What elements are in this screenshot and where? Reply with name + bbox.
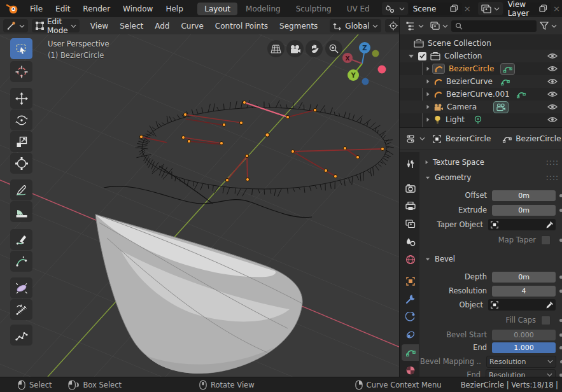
bevel-object-field[interactable]: [488, 299, 556, 311]
new-view-layer-icon[interactable]: [539, 4, 547, 13]
tab-scene[interactable]: [402, 234, 419, 250]
tool-cursor[interactable]: [10, 61, 32, 82]
tool-extrude[interactable]: [10, 325, 32, 346]
tab-modifiers[interactable]: [402, 291, 419, 307]
workspace-tab-modeling[interactable]: Modeling: [239, 3, 288, 15]
disclosure-icon[interactable]: [427, 67, 430, 71]
camera-data-icon[interactable]: [493, 101, 509, 113]
tool-measure[interactable]: [10, 201, 32, 222]
bevel-start-slider[interactable]: 0.000: [492, 330, 556, 340]
outliner-row-beziercurve-001[interactable]: BezierCurve.001: [400, 88, 562, 101]
tab-tool[interactable]: [402, 156, 419, 172]
outliner-filter-button[interactable]: [537, 19, 560, 32]
menu-window[interactable]: Window: [116, 4, 159, 13]
camera-view-button[interactable]: [286, 40, 304, 57]
map-taper-checkbox[interactable]: [541, 235, 551, 245]
offset-slider[interactable]: 0m: [492, 190, 556, 201]
outliner-row-beziercurve[interactable]: BezierCurve: [400, 75, 562, 88]
disclosure-open-icon[interactable]: [409, 55, 414, 58]
menu-view[interactable]: View: [85, 22, 114, 31]
menu-control-points[interactable]: Control Points: [209, 22, 274, 31]
tool-rotate[interactable]: [10, 109, 32, 130]
tab-view-layer[interactable]: [402, 216, 419, 232]
outliner-editor-type-button[interactable]: [403, 19, 427, 32]
bezier-curve-object[interactable]: [104, 166, 312, 218]
disclosure-icon[interactable]: [427, 92, 430, 96]
curve-data-icon[interactable]: [500, 78, 510, 86]
new-scene-icon[interactable]: [450, 4, 458, 13]
viewport-3d[interactable]: User Perspective (1) BezierCircle Z X Y: [0, 34, 399, 377]
pan-view-button[interactable]: [306, 40, 323, 57]
taper-object-field[interactable]: [488, 219, 556, 230]
tool-move[interactable]: [10, 88, 32, 109]
keyframe-dot[interactable]: [559, 346, 562, 349]
disclosure-icon[interactable]: [427, 105, 430, 109]
depth-slider[interactable]: 0m: [492, 272, 556, 283]
keyframe-dot[interactable]: [559, 319, 562, 322]
tool-annotate[interactable]: [10, 179, 32, 200]
keyframe-dot[interactable]: [559, 239, 562, 242]
properties-editor-type-button[interactable]: [404, 132, 428, 146]
breadcrumb-data-name[interactable]: BezierCircle: [516, 134, 561, 143]
resolution-slider[interactable]: 4: [492, 286, 556, 297]
remove-view-layer-button[interactable]: ×: [551, 4, 562, 13]
outliner-row-collection[interactable]: Collection: [400, 50, 562, 62]
transform-orientation-selector[interactable]: Global: [330, 19, 381, 32]
panel-geometry[interactable]: Geometry ::::: [420, 171, 562, 184]
unlink-scene-button[interactable]: ×: [462, 4, 473, 13]
tool-radius[interactable]: [10, 277, 32, 298]
outliner-display-mode-button[interactable]: [427, 19, 451, 32]
navigation-gizmo[interactable]: Z X Y: [340, 37, 393, 90]
leaf-surface-object[interactable]: [95, 214, 302, 374]
tab-physics[interactable]: [402, 309, 419, 325]
keyframe-dot[interactable]: [559, 194, 562, 197]
tab-render[interactable]: [402, 180, 419, 197]
outliner-row-beziercircle[interactable]: BezierCircle: [400, 62, 562, 75]
eyedropper-icon[interactable]: [545, 221, 554, 229]
curve-data-icon[interactable]: [516, 90, 526, 99]
workspace-tab-layout[interactable]: Layout: [197, 3, 237, 15]
tab-output[interactable]: [402, 198, 419, 214]
eyedropper-icon[interactable]: [545, 301, 554, 309]
scene-name-field[interactable]: Scene: [409, 3, 462, 15]
workspace-tab-uv-editing[interactable]: UV Ed: [340, 3, 377, 15]
disclosure-icon[interactable]: [427, 80, 430, 83]
outliner-row-camera[interactable]: Camera: [400, 101, 562, 113]
tab-world[interactable]: [402, 251, 419, 268]
tab-object-data[interactable]: [402, 344, 419, 361]
tab-object[interactable]: [402, 273, 419, 290]
keyframe-dot[interactable]: [559, 209, 562, 212]
workspace-tab-sculpting[interactable]: Sculpting: [289, 3, 339, 15]
outliner-search-input[interactable]: [451, 20, 537, 32]
collection-checkbox[interactable]: [418, 52, 426, 60]
tab-constraints[interactable]: [402, 326, 419, 343]
eye-icon[interactable]: [547, 104, 558, 110]
view-layer-browse-button[interactable]: [478, 2, 503, 15]
scene-browse-button[interactable]: [382, 2, 408, 15]
menu-help[interactable]: Help: [159, 4, 189, 13]
eye-icon[interactable]: [547, 91, 558, 97]
panel-bevel[interactable]: Bevel: [420, 253, 562, 265]
disclosure-icon[interactable]: [427, 118, 430, 122]
eye-icon[interactable]: [547, 53, 558, 59]
keyframe-dot[interactable]: [559, 333, 562, 337]
panel-drag-dots[interactable]: ::::: [546, 173, 559, 182]
outliner-row-light[interactable]: Light: [400, 113, 562, 126]
extrude-slider[interactable]: 0m: [492, 205, 556, 216]
blender-logo-icon[interactable]: [6, 3, 18, 14]
eye-icon[interactable]: [547, 78, 558, 85]
bezier-circle-ring[interactable]: [136, 100, 394, 197]
tool-select-box[interactable]: [10, 38, 32, 59]
outliner-row-scene-collection[interactable]: Scene Collection: [400, 37, 562, 50]
menu-add[interactable]: Add: [149, 22, 175, 31]
menu-edit[interactable]: Edit: [49, 4, 76, 13]
breadcrumb-object-name[interactable]: BezierCircle: [446, 134, 491, 143]
menu-file[interactable]: File: [24, 4, 49, 13]
eye-icon[interactable]: [547, 116, 558, 123]
keyframe-dot[interactable]: [559, 290, 562, 293]
keyframe-dot[interactable]: [559, 374, 562, 377]
tool-settings-toggle[interactable]: [3, 19, 28, 32]
menu-select[interactable]: Select: [114, 22, 149, 31]
tool-randomize[interactable]: [10, 299, 32, 320]
tool-curve-pen[interactable]: [10, 251, 32, 272]
